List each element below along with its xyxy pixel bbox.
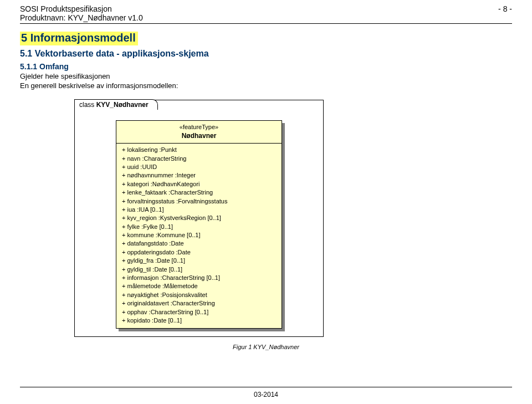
- uml-classname: Nødhavner: [120, 131, 278, 141]
- uml-attribute-row: + kommune :Kommune [0..1]: [122, 231, 276, 239]
- diagram-tab-prefix: class: [79, 101, 96, 109]
- section-5-title: 5 Informasjonsmodell: [20, 32, 138, 45]
- uml-attribute-row: + målemetode :Målemetode: [122, 282, 276, 290]
- header-rule: [20, 23, 512, 24]
- footer-date: 03-2014: [0, 391, 532, 398]
- uml-attribute-row: + lokalisering :Punkt: [122, 146, 276, 154]
- uml-class-box: «featureType» Nødhavner + lokalisering :…: [116, 120, 282, 329]
- uml-attribute-row: + fylke :Fylke [0..1]: [122, 223, 276, 231]
- uml-attribute-row: + kopidato :Date [0..1]: [122, 316, 276, 325]
- para-scope-1: Gjelder hele spesifikasjonen: [20, 72, 512, 80]
- uml-attribute-row: + oppdateringsdato :Date: [122, 248, 276, 257]
- uml-attribute-row: + opphav :CharacterString [0..1]: [122, 308, 276, 316]
- uml-attribute-row: + informasjon :CharacterString [0..1]: [122, 274, 276, 282]
- class-diagram-frame: class KYV_Nødhavner «featureType» Nødhav…: [74, 100, 324, 337]
- uml-attribute-row: + datafangstdato :Date: [122, 239, 276, 248]
- page-number: - 8 -: [498, 4, 512, 22]
- uml-attribute-row: + gyldig_fra :Date [0..1]: [122, 257, 276, 265]
- uml-attribute-row: + nødhavnnummer :Integer: [122, 171, 276, 180]
- para-scope-2: En generell beskrivelse av informasjonsm…: [20, 81, 512, 90]
- uml-attribute-row: + iua :IUA [0..1]: [122, 206, 276, 214]
- section-5-1-1-title: 5.1.1 Omfang: [20, 62, 512, 71]
- uml-attribute-row: + lenke_faktaark :CharacterString: [122, 188, 276, 197]
- section-5-1-title: 5.1 Vektorbaserte data - applikasjons-sk…: [20, 49, 512, 59]
- uml-attribute-row: + gyldig_til :Date [0..1]: [122, 265, 276, 274]
- diagram-tab-name: KYV_Nødhavner: [96, 101, 149, 109]
- diagram-tab: class KYV_Nødhavner: [74, 99, 158, 110]
- uml-attribute-row: + kategori :NødhavnKategori: [122, 180, 276, 188]
- uml-attribute-row: + nøyaktighet :Posisjonskvalitet: [122, 291, 276, 299]
- uml-attribute-row: + forvaltningsstatus :Forvaltningsstatus: [122, 197, 276, 206]
- product-name: Produktnavn: KYV_Nødhavner v1.0: [20, 13, 143, 22]
- uml-attribute-row: + uuid :UUID: [122, 163, 276, 171]
- figure-caption: Figur 1 KYV_Nødhavner: [20, 344, 512, 350]
- uml-attribute-row: + originaldatavert :CharacterString: [122, 299, 276, 308]
- uml-attribute-row: + kyv_region :KystverksRegion [0..1]: [122, 214, 276, 222]
- footer-rule: [20, 387, 512, 387]
- uml-attributes: + lokalisering :Punkt+ navn :CharacterSt…: [116, 144, 282, 328]
- uml-stereotype: «featureType»: [120, 123, 278, 131]
- doc-title: SOSI Produktspesifikasjon: [20, 4, 143, 13]
- uml-attribute-row: + navn :CharacterString: [122, 155, 276, 163]
